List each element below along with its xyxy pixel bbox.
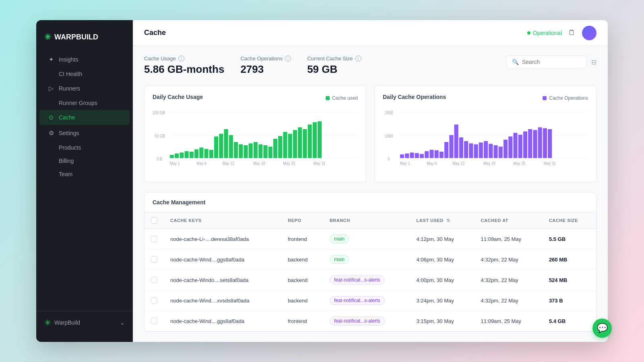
- svg-text:50 GB: 50 GB: [155, 134, 165, 138]
- svg-rect-58: [444, 142, 448, 158]
- svg-rect-78: [543, 128, 547, 158]
- col-cache-keys: CACHE KEYS: [164, 212, 281, 229]
- svg-text:May 1: May 1: [170, 161, 180, 166]
- stat-value: 2793: [240, 63, 291, 76]
- row-checkbox[interactable]: [151, 256, 157, 263]
- legend-label: Cache Operations: [549, 95, 588, 101]
- row-checkbox-cell[interactable]: [144, 270, 164, 290]
- sidebar-item-ci-health[interactable]: CI Health: [39, 68, 130, 80]
- info-icon[interactable]: i: [355, 56, 361, 62]
- filter-icon[interactable]: ⊟: [591, 58, 597, 66]
- row-checkbox[interactable]: [151, 297, 157, 304]
- svg-rect-71: [508, 136, 512, 158]
- select-all-checkbox[interactable]: [151, 217, 157, 224]
- sidebar-item-runners[interactable]: ▷ Runners: [39, 81, 130, 96]
- topbar: Cache Operational 🗒: [133, 20, 608, 46]
- search-box[interactable]: 🔍: [506, 56, 586, 68]
- cached-at-cell: 11:09am, 25 May: [475, 229, 543, 249]
- cache-key-cell: node-cache-Windo....sets8af0ada: [164, 270, 281, 290]
- info-icon[interactable]: i: [178, 56, 184, 62]
- svg-rect-77: [538, 127, 542, 158]
- svg-rect-57: [440, 152, 444, 158]
- bar-chart-svg: 100 GB 50 GB 0 B: [153, 110, 358, 174]
- svg-rect-19: [234, 142, 238, 158]
- status-text: Operational: [533, 30, 562, 36]
- svg-rect-13: [204, 149, 208, 158]
- col-last-used[interactable]: LAST USED ⇅: [410, 212, 475, 229]
- svg-rect-61: [459, 138, 463, 158]
- repo-cell: backend: [281, 270, 323, 290]
- cached-at-cell: 4:32pm, 22 May: [475, 270, 543, 290]
- info-icon[interactable]: i: [285, 56, 291, 62]
- svg-rect-36: [318, 121, 322, 158]
- cache-key-cell: node-cache-Wind....ggs8af0ada: [164, 311, 281, 331]
- svg-text:May 12: May 12: [222, 161, 234, 166]
- sidebar-item-label: Settings: [59, 130, 79, 136]
- svg-rect-69: [499, 146, 503, 158]
- sidebar-item-cache[interactable]: ⊙ Cache: [39, 110, 130, 125]
- main-content: Cache Operational 🗒 Cache Usage i: [133, 20, 608, 342]
- cache-size-cell: 524 MB: [543, 270, 596, 290]
- sidebar-item-label: Runners: [59, 85, 80, 92]
- svg-rect-12: [199, 148, 203, 158]
- row-checkbox-cell[interactable]: [144, 229, 164, 249]
- document-icon[interactable]: 🗒: [568, 29, 576, 37]
- select-all-cell[interactable]: [144, 212, 164, 229]
- svg-rect-6: [170, 155, 174, 158]
- sidebar-item-label: Products: [59, 144, 81, 151]
- avatar[interactable]: [582, 26, 597, 40]
- row-checkbox[interactable]: [151, 236, 157, 242]
- sidebar-bottom-label: WarpBuild: [54, 319, 80, 326]
- row-checkbox[interactable]: [151, 277, 157, 283]
- svg-text:0 B: 0 B: [157, 156, 162, 161]
- chart-legend: Cache used: [326, 95, 358, 101]
- svg-text:May 6: May 6: [196, 161, 206, 166]
- col-cached-at: CACHED AT: [475, 212, 543, 229]
- svg-rect-79: [548, 129, 552, 158]
- sidebar-item-team[interactable]: Team: [39, 168, 130, 181]
- svg-rect-72: [513, 133, 517, 158]
- col-repo: REPO: [281, 212, 323, 229]
- row-checkbox-cell[interactable]: [144, 290, 164, 311]
- chart-title: Daily Cache Usage: [153, 94, 203, 100]
- table: CACHE KEYS REPO BRANCH LAST USED ⇅ CACHE…: [144, 212, 596, 331]
- cache-icon: ⊙: [47, 114, 55, 121]
- charts-row: Daily Cache Usage Cache used: [144, 85, 597, 183]
- sidebar-item-label: Team: [59, 171, 72, 177]
- table-section-title: Cache Management: [144, 193, 596, 212]
- chart-title: Daily Cache Operations: [383, 94, 446, 100]
- table-body: node-cache-Li-....derexa38af0ada fronten…: [144, 229, 596, 331]
- row-checkbox[interactable]: [151, 318, 157, 324]
- sidebar-item-billing[interactable]: Billing: [39, 154, 130, 167]
- svg-rect-21: [244, 145, 248, 158]
- svg-text:May 31: May 31: [314, 161, 326, 166]
- svg-rect-60: [454, 125, 458, 158]
- svg-rect-33: [303, 129, 307, 158]
- sidebar-item-insights[interactable]: ✦ Insights: [39, 52, 130, 67]
- row-checkbox-cell[interactable]: [144, 249, 164, 270]
- chat-button[interactable]: 💬: [592, 319, 612, 338]
- search-input[interactable]: [522, 59, 580, 65]
- table-row: node-cache-Wind....xvsds8af0ada backend …: [144, 290, 596, 311]
- last-used-cell: 4:00pm, 30 May: [410, 270, 475, 290]
- svg-rect-31: [293, 130, 297, 158]
- svg-rect-54: [425, 151, 429, 158]
- sidebar-item-products[interactable]: Products: [39, 141, 130, 154]
- bottom-logo-icon: ✳: [44, 318, 51, 327]
- stat-label: Current Cache Size i: [307, 56, 361, 62]
- sidebar-item-settings[interactable]: ⚙ Settings: [39, 125, 130, 141]
- cache-size-cell: 5.4 GB: [543, 311, 596, 331]
- repo-cell: frontend: [281, 229, 323, 249]
- last-used-cell: 3:15pm, 30 May: [410, 311, 475, 331]
- svg-text:May 25: May 25: [283, 161, 295, 166]
- sidebar-item-runner-groups[interactable]: Runner Groups: [39, 97, 130, 109]
- legend-dot-purple: [543, 96, 547, 100]
- row-checkbox-cell[interactable]: [144, 311, 164, 331]
- chevron-down-icon: ⌄: [120, 319, 125, 326]
- stats-row: Cache Usage i 5.86 GB-months Cache Opera…: [144, 56, 597, 76]
- app-logo[interactable]: ✳ WARPBUILD: [36, 28, 133, 51]
- sidebar-bottom-warpbuild[interactable]: ✳ WarpBuild ⌄: [36, 311, 133, 334]
- branch-badge: feat-notificat...s-alerts: [330, 317, 385, 325]
- chart-area: 100 GB 50 GB 0 B: [153, 110, 358, 174]
- stat-value: 5.86 GB-months: [144, 63, 224, 76]
